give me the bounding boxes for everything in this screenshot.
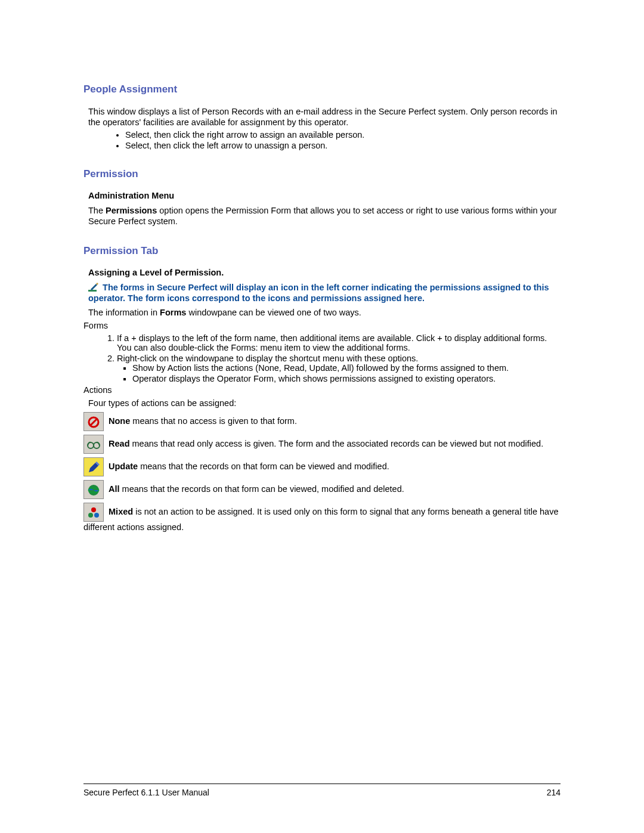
label-actions: Actions — [83, 385, 561, 395]
text-bold: Forms — [160, 308, 186, 317]
text: windowpane can be viewed one of two ways… — [186, 308, 361, 317]
section-permission: Permission Administration Menu The Permi… — [83, 168, 561, 227]
section-people-assignment: People Assignment This window displays a… — [83, 83, 561, 150]
text-bold: Permissions — [106, 206, 157, 215]
section-permission-tab: Permission Tab Assigning a Level of Perm… — [83, 245, 561, 534]
text: The — [88, 206, 106, 215]
svg-rect-0 — [88, 290, 97, 292]
sub-list: Show by Action lists the actions (None, … — [132, 363, 561, 383]
para-permission: The Permissions option opens the Permiss… — [88, 205, 561, 227]
list-item: Show by Action lists the actions (None, … — [132, 363, 561, 373]
text: The information in — [88, 308, 160, 317]
action-all: All means that the records on that form … — [83, 480, 561, 499]
svg-marker-1 — [91, 284, 97, 290]
footer-left: Secure Perfect 6.1.1 User Manual — [83, 788, 209, 797]
heading-permission-tab: Permission Tab — [83, 245, 561, 257]
action-mixed: Mixed is not an action to be assigned. I… — [83, 503, 561, 533]
svg-point-12 — [91, 507, 96, 512]
heading-permission: Permission — [83, 168, 561, 180]
svg-point-14 — [94, 513, 99, 518]
action-label: Mixed — [109, 507, 133, 516]
action-update: Update means that the records on that fo… — [83, 457, 561, 476]
action-text: means that read only access is given. Th… — [130, 439, 544, 448]
list-item: Right-click on the windowpane to display… — [117, 354, 561, 383]
action-label: Update — [109, 462, 138, 471]
text: option opens the Permission Form that al… — [88, 206, 557, 226]
text: Right-click on the windowpane to display… — [117, 354, 418, 363]
action-text: means that the records on that form can … — [120, 484, 404, 494]
heading-people-assignment: People Assignment — [83, 83, 561, 95]
svg-line-4 — [90, 419, 97, 426]
action-label: None — [109, 416, 130, 426]
footer-page-number: 214 — [547, 788, 561, 797]
tip-note: The forms in Secure Perfect will display… — [88, 282, 561, 304]
tip-text: The forms in Secure Perfect will display… — [88, 283, 549, 303]
svg-point-13 — [88, 513, 93, 518]
action-none: None means that no access is given to th… — [83, 412, 561, 431]
action-label: All — [109, 484, 120, 494]
subheading-admin-menu: Administration Menu — [88, 191, 561, 200]
page-footer: Secure Perfect 6.1.1 User Manual 214 — [83, 784, 561, 797]
ordered-list-forms: If a + displays to the left of the form … — [105, 333, 561, 383]
action-read: Read means that read only access is give… — [83, 435, 561, 454]
action-text: is not an action to be assigned. It is u… — [83, 507, 558, 532]
list-item: Operator displays the Operator Form, whi… — [132, 374, 561, 383]
action-text: means that no access is given to that fo… — [130, 416, 297, 426]
para-forms-info: The information in Forms windowpane can … — [88, 307, 561, 318]
subheading-assigning-level: Assigning a Level of Permission. — [88, 268, 561, 277]
para-actions-intro: Four types of actions can be assigned: — [88, 398, 561, 408]
list-item: Select, then click the right arrow to as… — [125, 130, 561, 140]
none-icon — [83, 412, 104, 431]
list-people-assignment: Select, then click the right arrow to as… — [125, 130, 561, 150]
label-forms: Forms — [83, 320, 561, 331]
update-icon — [83, 457, 104, 476]
list-item: Select, then click the left arrow to una… — [125, 141, 561, 150]
action-label: Read — [109, 439, 129, 448]
mixed-icon — [83, 503, 104, 522]
page-content: People Assignment This window displays a… — [0, 0, 644, 533]
para-people-assignment-intro: This window displays a list of Person Re… — [88, 106, 561, 128]
pencil-icon — [88, 283, 99, 292]
read-icon — [83, 435, 104, 454]
all-icon — [83, 480, 104, 499]
list-item: If a + displays to the left of the form … — [117, 333, 561, 352]
action-text: means that the records on that form can … — [138, 462, 389, 471]
